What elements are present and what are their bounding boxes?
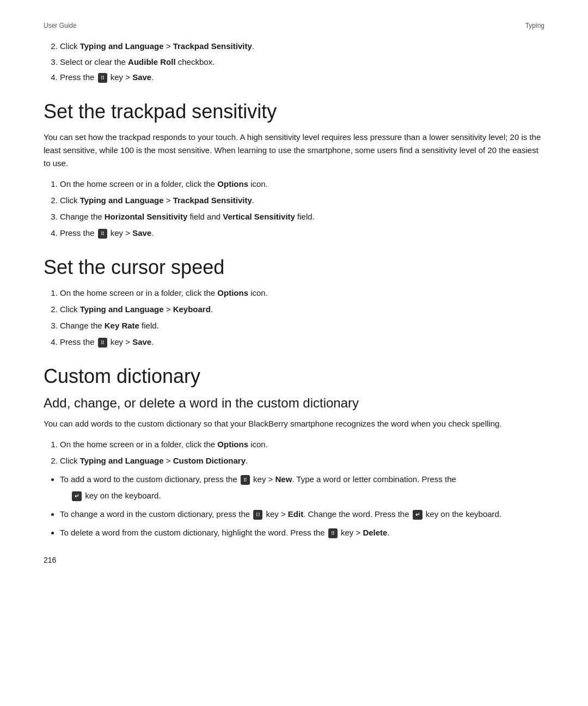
s3-b2-edit: Edit — [288, 509, 303, 519]
intro-step-3: Select or clear the Audible Roll checkbo… — [60, 56, 544, 69]
s2-step2-bold1: Typing and Language — [80, 305, 164, 314]
s1-step3-bold1: Horizontal Sensitivity — [105, 212, 188, 221]
page-number: 216 — [44, 556, 544, 564]
section1-step-2: Click Typing and Language > Trackpad Sen… — [60, 194, 544, 207]
s1-step4-save: Save — [132, 228, 151, 238]
s1-step1-options: Options — [217, 179, 248, 188]
intro-step-3-bold: Audible Roll — [128, 57, 176, 66]
menu-key-icon-b1: ⁝⁝ — [241, 475, 250, 485]
intro-step-4: Press the ⁝⁝ key > Save. — [60, 71, 544, 84]
section2-step-3: Change the Key Rate field. — [60, 319, 544, 332]
section2-title: Set the cursor speed — [44, 256, 544, 279]
section1-description: You can set how the trackpad responds to… — [44, 131, 544, 170]
section1-step-1: On the home screen or in a folder, click… — [60, 178, 544, 191]
section3-title: Custom dictionary — [44, 365, 544, 388]
section2-step-1: On the home screen or in a folder, click… — [60, 287, 544, 300]
s3-b3-delete: Delete — [363, 528, 387, 537]
s2-step3-bold: Key Rate — [105, 321, 139, 330]
section1-steps: On the home screen or in a folder, click… — [44, 178, 544, 240]
section3-step-2: Click Typing and Language > Custom Dicti… — [60, 454, 544, 467]
s3-b1-enter-wrap: ↵ key on the keyboard. — [71, 489, 544, 502]
intro-step-2-bold2: Trackpad Sensitivity — [173, 41, 252, 51]
section2-step-2: Click Typing and Language > Keyboard. — [60, 303, 544, 316]
section3-description: You can add words to the custom dictiona… — [44, 417, 544, 430]
header-left: User Guide — [44, 22, 77, 29]
menu-key-icon-b3: ⁝⁝ — [328, 528, 338, 538]
section2: Set the cursor speed On the home screen … — [44, 256, 544, 349]
enter-key-icon-b2: ↵ — [413, 510, 422, 520]
section3-bullets: To add a word to the custom dictionary, … — [44, 473, 544, 539]
section3-bullet-1: To add a word to the custom dictionary, … — [60, 473, 544, 502]
section3-bullet-2: To change a word in the custom dictionar… — [60, 508, 544, 521]
s1-step2-bold2: Trackpad Sensitivity — [173, 196, 252, 205]
menu-key-icon-s1: ⁝⁝ — [98, 229, 107, 239]
s3-step2-bold1: Typing and Language — [80, 456, 164, 465]
s1-step3-bold2: Vertical Sensitivity — [223, 212, 295, 221]
header-right: Typing — [525, 22, 544, 29]
section2-steps: On the home screen or in a folder, click… — [44, 287, 544, 349]
page-header: User Guide Typing — [44, 22, 544, 29]
section1-step-3: Change the Horizontal Sensitivity field … — [60, 210, 544, 223]
s2-step2-bold2: Keyboard — [173, 305, 211, 314]
section2-step-4: Press the ⁝⁝ key > Save. — [60, 336, 544, 349]
intro-step-2-bold1: Typing and Language — [80, 41, 164, 51]
s1-step2-bold1: Typing and Language — [80, 196, 164, 205]
section1-step-4: Press the ⁝⁝ key > Save. — [60, 227, 544, 240]
menu-key-icon-b2: ⁝⁝ — [253, 510, 262, 520]
menu-key-icon-s2: ⁝⁝ — [98, 338, 107, 348]
intro-list: Click Typing and Language > Trackpad Sen… — [44, 40, 544, 84]
s3-step2-bold2: Custom Dictionary — [173, 456, 246, 465]
s2-step1-options: Options — [217, 288, 248, 297]
section3-subsection-title: Add, change, or delete a word in the cus… — [44, 395, 544, 411]
section3-step-1: On the home screen or in a folder, click… — [60, 438, 544, 451]
page-container: User Guide Typing Click Typing and Langu… — [0, 0, 588, 597]
section1: Set the trackpad sensitivity You can set… — [44, 100, 544, 240]
section3: Custom dictionary Add, change, or delete… — [44, 365, 544, 539]
section3-bullet-3: To delete a word from the custom diction… — [60, 526, 544, 539]
section1-title: Set the trackpad sensitivity — [44, 100, 544, 123]
s3-step1-options: Options — [217, 440, 248, 449]
enter-key-icon-b1: ↵ — [72, 491, 82, 501]
s3-b1-new: New — [275, 474, 292, 484]
section3-steps: On the home screen or in a folder, click… — [44, 438, 544, 467]
s2-step4-save: Save — [132, 337, 151, 346]
intro-step-4-save: Save — [132, 72, 151, 82]
intro-step-2: Click Typing and Language > Trackpad Sen… — [60, 40, 544, 53]
menu-key-icon-intro: ⁝⁝ — [98, 73, 107, 83]
